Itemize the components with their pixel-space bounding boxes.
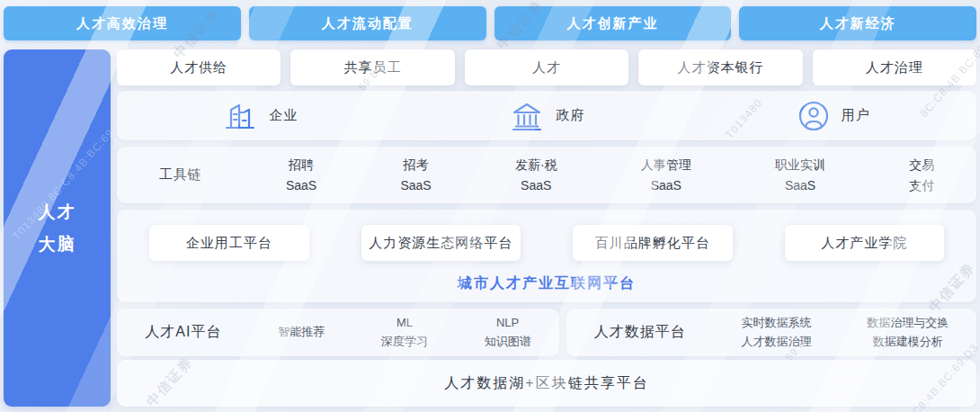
tab-talent-new-economy[interactable]: 人才新经济 — [739, 6, 976, 40]
data-item-exchange-modeling: 数据治理与交换数据建模分析 — [867, 314, 949, 352]
government-icon — [510, 101, 544, 131]
toolchain-item-exam: 招考SaaS — [400, 155, 431, 195]
actor-government: 政府 — [510, 101, 584, 131]
box-baichuan-brand-incubation-platform: 百川品牌孵化平台 — [573, 225, 733, 261]
data-platform-panel: 人才数据平台 实时数据系统人才数据治理 数据治理与交换数据建模分析 — [566, 309, 976, 356]
actor-user: 用户 — [797, 100, 870, 132]
actor-label: 用户 — [842, 107, 870, 124]
sidebar-talent-brain: 人才 大脑 — [4, 49, 111, 407]
toolchain-item-payroll-tax: 发薪·税SaaS — [515, 155, 557, 195]
sidebar-title: 人才 大脑 — [39, 196, 76, 259]
ai-platform-title: 人才AI平台 — [145, 323, 221, 342]
platform-boxes: 企业用工平台 人力资源生态网络平台 百川品牌孵化平台 人才产业学院 — [149, 225, 944, 261]
ai-platform-panel: 人才AI平台 智能推荐 ML深度学习 NLP知识图谱 — [117, 309, 559, 356]
actor-enterprise: 企业 — [223, 101, 298, 131]
ai-item-ml-deep-learning: ML深度学习 — [381, 314, 428, 352]
box-talent-governance: 人才治理 — [813, 49, 976, 85]
supply-row: 人才供给 共享员工 人才 人才资本银行 人才治理 — [117, 49, 976, 85]
toolchain-panel: 工具链 招聘SaaS 招考SaaS 发薪·税SaaS 人事管理SaaS 职业实训… — [117, 147, 976, 203]
data-item-realtime-governance: 实时数据系统人才数据治理 — [741, 314, 811, 352]
box-talent-industry-academy: 人才产业学院 — [785, 225, 945, 261]
tab-talent-innovation-industry[interactable]: 人才创新产业 — [494, 6, 732, 40]
box-shared-employees: 共享员工 — [290, 49, 454, 85]
talent-platform-diagram: 中信证券 T013480 8C:C8:4B:BC:69:D3 中信证券 T013… — [0, 0, 980, 412]
top-tab-row: 人才高效治理 人才流动配置 人才创新产业 人才新经济 — [4, 6, 976, 40]
actor-label: 政府 — [556, 107, 584, 124]
toolchain-item-recruiting: 招聘SaaS — [286, 155, 316, 195]
toolchain-item-vocational-training: 职业实训SaaS — [775, 155, 825, 195]
box-talent: 人才 — [465, 49, 628, 85]
box-talent-capital-bank: 人才资本银行 — [638, 49, 802, 85]
platforms-panel: 企业用工平台 人力资源生态网络平台 百川品牌孵化平台 人才产业学院 城市人才产业… — [117, 210, 976, 302]
box-talent-supply: 人才供给 — [117, 49, 281, 85]
box-hr-ecosystem-network-platform: 人力资源生态网络平台 — [361, 225, 521, 261]
actor-label: 企业 — [269, 107, 298, 124]
ai-item-smart-recommendation: 智能推荐 — [278, 323, 325, 342]
data-lake-blockchain-bar: 人才数据湖+区块链共享平台 — [117, 360, 976, 407]
actors-panel: 企业 政府 — [117, 91, 976, 140]
building-icon — [223, 101, 257, 131]
toolchain-item-hr-management: 人事管理SaaS — [641, 155, 691, 195]
user-icon — [797, 100, 830, 132]
city-talent-internet-platform-caption: 城市人才产业互联网平台 — [149, 274, 944, 293]
ai-item-nlp-knowledge-graph: NLP知识图谱 — [485, 314, 531, 352]
bottom-bar-label: 人才数据湖+区块链共享平台 — [444, 374, 648, 393]
tab-talent-governance[interactable]: 人才高效治理 — [4, 6, 241, 40]
box-enterprise-employment-platform: 企业用工平台 — [149, 225, 309, 261]
data-platform-title: 人才数据平台 — [594, 323, 686, 342]
toolchain-item-trade-payment: 交易支付 — [909, 155, 934, 195]
tab-talent-flow-allocation[interactable]: 人才流动配置 — [249, 6, 486, 40]
toolchain-title: 工具链 — [159, 166, 202, 184]
